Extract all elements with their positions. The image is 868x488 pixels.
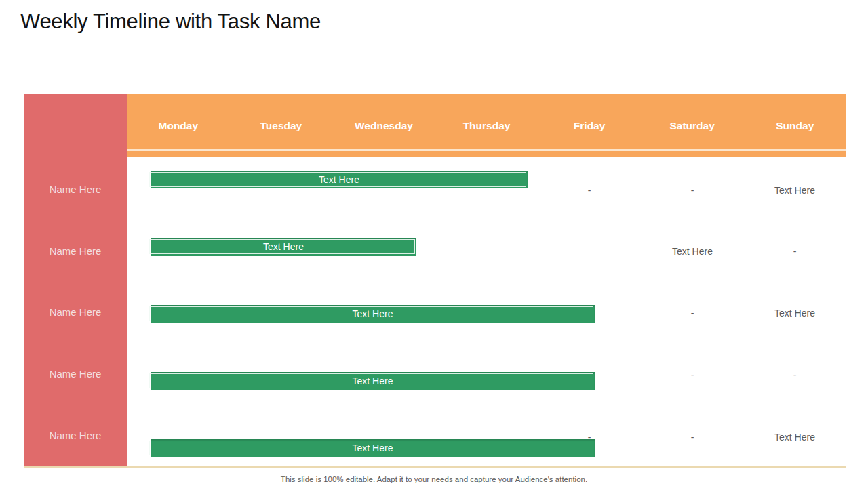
task-bar[interactable]: Text Here: [151, 238, 416, 256]
name-column: Name Here Name Here Name Here Name Here …: [24, 94, 127, 466]
task-bar[interactable]: Text Here: [151, 439, 595, 457]
cell-sunday[interactable]: -: [747, 245, 842, 258]
cell-saturday[interactable]: -: [645, 184, 740, 197]
task-bar-label: Text Here: [151, 372, 595, 390]
day-header-wednesday: Wednesday: [332, 120, 435, 132]
cell-friday[interactable]: [542, 307, 637, 319]
bottom-accent-line: [24, 466, 846, 468]
day-header-thursday: Thursday: [435, 120, 538, 132]
day-header-friday: Friday: [538, 120, 641, 132]
task-bar-label: Text Here: [151, 305, 595, 323]
weekly-timeline-table: Name Here Name Here Name Here Name Here …: [24, 94, 846, 466]
row-name-label[interactable]: Name Here: [24, 183, 127, 197]
cell-friday[interactable]: -: [542, 184, 637, 197]
cell-saturday[interactable]: Text Here: [645, 245, 740, 258]
task-bar-label: Text Here: [151, 439, 595, 457]
cell-friday[interactable]: [542, 245, 637, 258]
row-name-label[interactable]: Name Here: [24, 429, 127, 443]
footer-note: This slide is 100% editable. Adapt it to…: [0, 475, 868, 483]
slide: Weekly Timeline with Task Name Name Here…: [0, 0, 868, 488]
day-header-tuesday: Tuesday: [230, 120, 333, 132]
task-bar[interactable]: Text Here: [151, 171, 528, 188]
cell-saturday[interactable]: -: [645, 307, 740, 319]
row-name-label[interactable]: Name Here: [24, 306, 127, 319]
header-accent-stripe: [127, 151, 846, 157]
cell-friday[interactable]: -: [542, 431, 637, 443]
day-header-saturday: Saturday: [641, 120, 744, 132]
cell-sunday[interactable]: Text Here: [747, 307, 842, 319]
task-bar-label: Text Here: [151, 171, 528, 188]
cell-friday[interactable]: [542, 369, 637, 381]
day-header-monday: Monday: [127, 120, 230, 132]
task-bar[interactable]: Text Here: [151, 305, 595, 323]
row-name-label[interactable]: Name Here: [24, 245, 127, 258]
task-bar-label: Text Here: [151, 238, 416, 256]
day-header-sunday: Sunday: [743, 120, 846, 132]
cell-sunday[interactable]: -: [747, 369, 842, 381]
task-bar[interactable]: Text Here: [151, 372, 595, 390]
cell-saturday[interactable]: -: [645, 369, 740, 381]
cell-sunday[interactable]: Text Here: [747, 184, 842, 197]
row-name-label[interactable]: Name Here: [24, 367, 127, 381]
cell-saturday[interactable]: -: [645, 431, 740, 443]
cell-sunday[interactable]: Text Here: [747, 431, 842, 443]
page-title: Weekly Timeline with Task Name: [20, 9, 321, 34]
days-header-row: Monday Tuesday Wednesday Thursday Friday…: [127, 94, 846, 149]
